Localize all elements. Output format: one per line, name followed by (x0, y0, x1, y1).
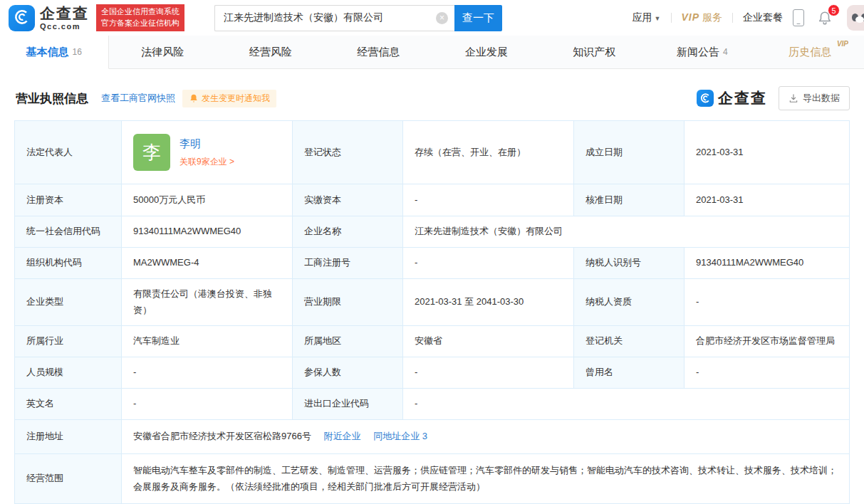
field-value: 有限责任公司（港澳台投资、非独资） (122, 279, 293, 326)
clear-icon[interactable]: × (436, 12, 448, 24)
notification-bell[interactable]: 5 (817, 10, 833, 26)
tab-operation-info[interactable]: 经营信息 (325, 36, 433, 68)
table-row: 所属行业 汽车制造业 所属地区 安徽省 登记机关 合肥市经济开发区市场监督管理局 (15, 326, 850, 357)
qcc-logo-icon (697, 90, 714, 107)
field-label: 注册资本 (15, 184, 122, 216)
related-companies-link[interactable]: 关联9家企业 > (179, 154, 234, 169)
field-value: 存续（在营、开业、在册） (403, 121, 574, 184)
company-nav-tabs: 基本信息16 法律风险 经营风险 经营信息 企业发展 知识产权 新闻公告4 历史… (0, 36, 864, 69)
field-value: - (403, 389, 850, 420)
field-label: 经营范围 (15, 454, 122, 504)
tab-basic-info[interactable]: 基本信息16 (0, 36, 109, 69)
field-label: 注册地址 (15, 420, 122, 454)
table-row: 组织机构代码 MA2WWMEG-4 工商注册号 - 纳税人识别号 9134011… (15, 248, 850, 279)
field-value: - (403, 357, 574, 389)
field-value: 合肥市经济开发区市场监督管理局 (685, 326, 850, 357)
field-label: 法定代表人 (15, 121, 122, 184)
table-row: 注册资本 50000万元人民币 实缴资本 - 核准日期 2021-03-31 (15, 184, 850, 216)
field-value: - (685, 357, 850, 389)
change-notify-button[interactable]: 发生变更时通知我 (182, 90, 276, 107)
business-license-table: 法定代表人 李 李明 关联9家企业 > 登记状态 存续（在营、开业、在册） 成立… (14, 120, 850, 504)
field-value: MA2WWMEG-4 (122, 248, 293, 279)
field-value: 安徽省合肥市经济技术开发区宿松路9766号 (133, 431, 311, 441)
field-label: 纳税人资质 (574, 279, 685, 326)
qcc-logo[interactable]: 企查查 Qcc.com (9, 5, 89, 31)
tab-news-announcements[interactable]: 新闻公告4 (648, 36, 756, 68)
chevron-down-icon: ▼ (655, 15, 661, 22)
header-menu: 应用▼ VIP 服务 企业套餐 5 (633, 5, 864, 31)
field-value: 江来先进制造技术（安徽）有限公司 (403, 216, 850, 248)
tab-company-development[interactable]: 企业发展 (432, 36, 541, 68)
field-label: 英文名 (15, 389, 122, 420)
table-row: 经营范围 智能电动汽车整车及零部件的制造、工艺研发、制造管理、运营服务；供应链管… (15, 454, 850, 504)
field-value: 50000万元人民币 (122, 184, 293, 216)
qcc-logo-icon (9, 5, 35, 31)
table-row: 注册地址 安徽省合肥市经济技术开发区宿松路9766号 附近企业 同地址企业 3 (15, 420, 850, 454)
qcc-brand-text: 企查查 Qcc.com (40, 6, 89, 31)
legal-rep-avatar[interactable]: 李 (133, 134, 170, 171)
field-label: 曾用名 (574, 357, 685, 389)
top-header: 企查查 Qcc.com 全国企业信用查询系统 官方备案企业征信机构 × 查一下 … (0, 0, 864, 36)
field-label: 登记机关 (574, 326, 685, 357)
legal-rep-cell: 李 李明 关联9家企业 > (122, 121, 293, 184)
field-label: 所属地区 (293, 326, 403, 357)
export-data-button[interactable]: 导出数据 (779, 86, 850, 110)
field-value: 2021-03-31 (685, 121, 850, 184)
field-value: 91340111MA2WWMEG40 (122, 216, 293, 248)
menu-enterprise-package[interactable]: 企业套餐 (743, 11, 783, 24)
field-value: 91340111MA2WWMEG40 (685, 248, 850, 279)
table-row: 人员规模 - 参保人数 - 曾用名 - (15, 357, 850, 389)
bell-icon (189, 93, 199, 103)
field-value: 2021-03-31 至 2041-03-30 (403, 279, 574, 326)
field-label: 企业类型 (15, 279, 122, 326)
search-button[interactable]: 查一下 (454, 5, 502, 31)
cert-line1: 全国企业信用查询系统 (101, 6, 179, 18)
field-label: 企业名称 (293, 216, 403, 248)
field-label: 组织机构代码 (15, 248, 122, 279)
field-value: - (403, 184, 574, 216)
brand-domain: Qcc.com (40, 23, 89, 31)
license-section-bar: 营业执照信息 查看工商官网快照 发生变更时通知我 企查查 导出数据 (16, 86, 850, 110)
same-address-companies-link[interactable]: 同地址企业 3 (373, 431, 427, 441)
menu-apps[interactable]: 应用▼ (633, 11, 661, 24)
mobile-app-icon[interactable] (793, 9, 804, 26)
field-label: 成立日期 (574, 121, 685, 184)
field-label: 工商注册号 (293, 248, 403, 279)
field-label: 核准日期 (574, 184, 685, 216)
field-label: 进出口企业代码 (293, 389, 403, 420)
section-title: 营业执照信息 (16, 90, 88, 107)
field-label: 营业期限 (293, 279, 403, 326)
field-label: 纳税人识别号 (574, 248, 685, 279)
cert-badge: 全国企业信用查询系统 官方备案企业征信机构 (96, 4, 184, 31)
table-row: 英文名 - 进出口企业代码 - (15, 389, 850, 420)
nearby-companies-link[interactable]: 附近企业 (324, 431, 361, 441)
legal-rep-name-link[interactable]: 李明 (179, 136, 234, 152)
vip-badge: VIP (837, 40, 848, 48)
table-row: 统一社会信用代码 91340111MA2WWMEG40 企业名称 江来先进制造技… (15, 216, 850, 248)
qcc-logo-glyph (13, 9, 31, 27)
menu-vip-service[interactable]: VIP 服务 (682, 11, 722, 24)
tab-legal-risk[interactable]: 法律风险 (109, 36, 217, 68)
snapshot-link[interactable]: 查看工商官网快照 (101, 92, 175, 105)
table-row: 企业类型 有限责任公司（港澳台投资、非独资） 营业期限 2021-03-31 至… (15, 279, 850, 326)
cert-line2: 官方备案企业征信机构 (101, 18, 179, 29)
tab-history-info[interactable]: 历史信息 VIP (756, 36, 864, 68)
field-value: - (122, 357, 293, 389)
divider (671, 13, 672, 23)
registered-address-cell: 安徽省合肥市经济技术开发区宿松路9766号 附近企业 同地址企业 3 (122, 420, 850, 454)
tab-intellectual-property[interactable]: 知识产权 (541, 36, 649, 68)
divider (732, 13, 733, 23)
field-value: - (122, 389, 293, 420)
search-input[interactable] (214, 5, 454, 31)
field-value: - (403, 248, 574, 279)
field-label: 登记状态 (293, 121, 403, 184)
watermark-brand-text: 企查查 (718, 88, 767, 108)
field-value: 安徽省 (403, 326, 574, 357)
field-value: 智能电动汽车整车及零部件的制造、工艺研发、制造管理、运营服务；供应链管理；汽车零… (122, 454, 850, 504)
user-avatar[interactable] (847, 5, 864, 31)
field-label: 参保人数 (293, 357, 403, 389)
field-value: - (685, 279, 850, 326)
qcc-watermark: 企查查 (697, 88, 767, 108)
tab-operation-risk[interactable]: 经营风险 (217, 36, 325, 68)
notification-badge: 5 (828, 4, 840, 16)
